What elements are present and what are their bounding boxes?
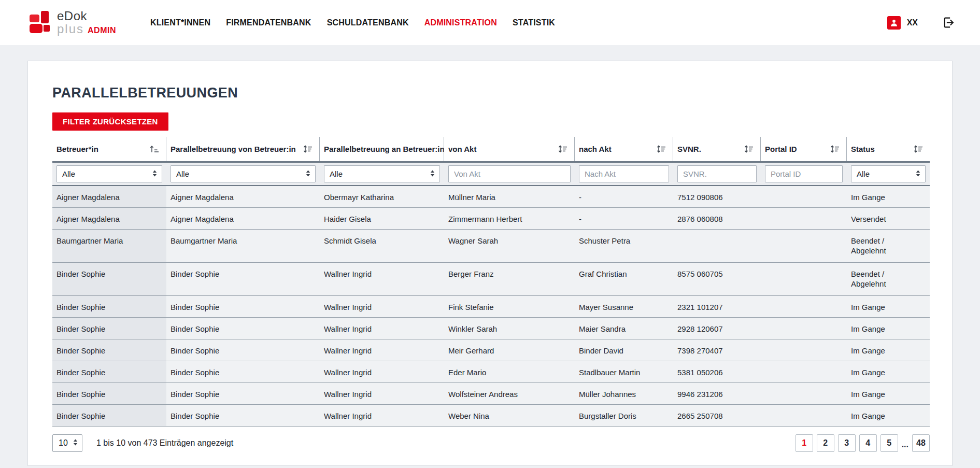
page-button-48[interactable]: 48 bbox=[912, 434, 930, 452]
column-label: von Akt bbox=[448, 145, 476, 153]
column-header-parallelbetreuung-von-betreuer-in[interactable]: Parallelbetreuung von Betreuer:in bbox=[166, 137, 320, 161]
column-header-nach-akt[interactable]: nach Akt bbox=[575, 137, 673, 161]
cell-von-akt: Weber Nina bbox=[444, 405, 575, 426]
cell-portal-id bbox=[761, 383, 847, 404]
filter-select-status[interactable]: Alle bbox=[851, 165, 926, 182]
cell-portal-id bbox=[761, 405, 847, 426]
nav-item-administration[interactable]: ADMINISTRATION bbox=[424, 18, 497, 27]
cell-nach-akt: - bbox=[575, 208, 673, 229]
cell-von-akt: Berger Franz bbox=[444, 263, 575, 295]
filter-input-svnr[interactable] bbox=[677, 165, 757, 182]
user-badge-icon[interactable] bbox=[887, 16, 901, 30]
cell-von-akt: Fink Stefanie bbox=[444, 296, 575, 317]
sort-icon-von-akt bbox=[558, 145, 567, 153]
cell-parallelbetreuung-von-betreuer-in: Binder Sophie bbox=[166, 339, 320, 361]
cell-parallelbetreuung-von-betreuer-in: Binder Sophie bbox=[166, 296, 320, 317]
cell-nach-akt: Graf Christian bbox=[575, 263, 673, 295]
main-content: PARALLELBETREUUNGEN FILTER ZURÜCKSETZEN … bbox=[0, 61, 980, 466]
filter-select-parallelbetreuung-von[interactable]: Alle bbox=[171, 165, 316, 182]
filter-input-portal-id[interactable] bbox=[765, 165, 843, 182]
nav-item-statistik[interactable]: STATISTIK bbox=[513, 18, 555, 27]
cell-parallelbetreuung-von-betreuer-in: Binder Sophie bbox=[166, 383, 320, 404]
page-button-5[interactable]: 5 bbox=[880, 434, 898, 452]
page-button-2[interactable]: 2 bbox=[817, 434, 834, 452]
header-right: XX bbox=[887, 16, 955, 30]
column-header-status[interactable]: Status bbox=[847, 137, 930, 161]
cell-betreuer-in: Binder Sophie bbox=[52, 361, 166, 382]
logout-icon[interactable] bbox=[942, 16, 955, 30]
page-button-4[interactable]: 4 bbox=[859, 434, 877, 452]
filter-reset-button[interactable]: FILTER ZURÜCKSETZEN bbox=[52, 112, 168, 131]
filter-cell-betreuer: Alle bbox=[52, 165, 166, 182]
main-nav: KLIENT*INNENFIRMENDATENBANKSCHULDATENBAN… bbox=[150, 18, 555, 27]
cell-status: Im Gange bbox=[847, 361, 930, 382]
column-header-von-akt[interactable]: von Akt bbox=[444, 137, 575, 161]
cell-parallelbetreuung-an-betreuer-in: Wallner Ingrid bbox=[320, 339, 444, 361]
cell-parallelbetreuung-an-betreuer-in: Wallner Ingrid bbox=[320, 296, 444, 317]
cell-betreuer-in: Aigner Magdalena bbox=[52, 208, 166, 229]
cell-nach-akt: Stadlbauer Martin bbox=[575, 361, 673, 382]
cell-svnr bbox=[673, 230, 761, 262]
cell-nach-akt: Burgstaller Doris bbox=[575, 405, 673, 426]
cell-parallelbetreuung-an-betreuer-in: Wallner Ingrid bbox=[320, 318, 444, 339]
cell-parallelbetreuung-an-betreuer-in: Wallner Ingrid bbox=[320, 383, 444, 404]
column-header-parallelbetreuung-an-betreuer-in[interactable]: Parallelbetreuung an Betreuer:in bbox=[320, 137, 444, 161]
select-spinner-icon bbox=[73, 438, 78, 448]
table-row: Binder SophieBinder SophieWallner Ingrid… bbox=[52, 296, 930, 318]
cell-parallelbetreuung-von-betreuer-in: Aigner Magdalena bbox=[166, 186, 320, 207]
edok-logo-squares-icon bbox=[30, 11, 53, 34]
cell-betreuer-in: Binder Sophie bbox=[52, 318, 166, 339]
app-logo[interactable]: eDok plus ADMIN bbox=[30, 10, 116, 35]
filter-select-betreuer[interactable]: Alle bbox=[56, 165, 162, 182]
cell-status: Im Gange bbox=[847, 296, 930, 317]
cell-von-akt: Winkler Sarah bbox=[444, 318, 575, 339]
cell-parallelbetreuung-von-betreuer-in: Baumgartner Maria bbox=[166, 230, 320, 262]
cell-parallelbetreuung-an-betreuer-in: Wallner Ingrid bbox=[320, 361, 444, 382]
cell-betreuer-in: Binder Sophie bbox=[52, 383, 166, 404]
nav-item-schuldatenbank[interactable]: SCHULDATENBANK bbox=[327, 18, 409, 27]
filter-input-nach-akt[interactable] bbox=[579, 165, 669, 182]
cell-von-akt: Zimmermann Herbert bbox=[444, 208, 575, 229]
cell-parallelbetreuung-an-betreuer-in: Haider Gisela bbox=[320, 208, 444, 229]
app-header: eDok plus ADMIN KLIENT*INNENFIRMENDATENB… bbox=[0, 0, 980, 45]
column-header-portal-id[interactable]: Portal ID bbox=[761, 137, 847, 161]
page-button-3[interactable]: 3 bbox=[838, 434, 856, 452]
column-header-svnr[interactable]: SVNR. bbox=[673, 137, 761, 161]
nav-item-firmendatenbank[interactable]: FIRMENDATENBANK bbox=[226, 18, 311, 27]
filter-select-value: Alle bbox=[176, 169, 189, 178]
user-initials: XX bbox=[907, 18, 918, 27]
table-row: Binder SophieBinder SophieWallner Ingrid… bbox=[52, 263, 930, 296]
cell-portal-id bbox=[761, 318, 847, 339]
sort-icon-parallelbetreuung-von-betreuer-in bbox=[303, 145, 313, 153]
cell-status: Versendet bbox=[847, 208, 930, 229]
sort-icon-svnr bbox=[744, 145, 754, 153]
table-row: Baumgartner MariaBaumgartner MariaSchmid… bbox=[52, 230, 930, 263]
cell-betreuer-in: Aigner Magdalena bbox=[52, 186, 166, 207]
filter-cell-nach-akt bbox=[575, 165, 673, 182]
cell-von-akt: Meir Gerhard bbox=[444, 339, 575, 361]
column-label: Status bbox=[851, 145, 875, 153]
page-size-select[interactable]: 10 bbox=[52, 434, 82, 452]
cell-betreuer-in: Baumgartner Maria bbox=[52, 230, 166, 262]
filter-input-von-akt[interactable] bbox=[448, 165, 571, 182]
cell-portal-id bbox=[761, 361, 847, 382]
column-label: Betreuer*in bbox=[56, 145, 98, 153]
cell-nach-akt: - bbox=[575, 186, 673, 207]
filter-select-parallelbetreuung-an[interactable]: Alle bbox=[324, 165, 440, 182]
cell-status: Im Gange bbox=[847, 318, 930, 339]
cell-von-akt: Eder Mario bbox=[444, 361, 575, 382]
table-row: Binder SophieBinder SophieWallner Ingrid… bbox=[52, 339, 930, 361]
page-size-value: 10 bbox=[59, 438, 68, 448]
table-row: Binder SophieBinder SophieWallner Ingrid… bbox=[52, 318, 930, 339]
logo-line2: plus bbox=[57, 23, 84, 35]
filter-cell-parallelbetreuung-an: Alle bbox=[320, 165, 444, 182]
cell-status: Im Gange bbox=[847, 405, 930, 426]
page-button-1[interactable]: 1 bbox=[796, 434, 813, 452]
nav-item-klient-innen[interactable]: KLIENT*INNEN bbox=[150, 18, 210, 27]
cell-portal-id bbox=[761, 339, 847, 361]
cell-svnr: 2321 101207 bbox=[673, 296, 761, 317]
table-row: Aigner MagdalenaAigner MagdalenaObermayr… bbox=[52, 186, 930, 208]
cell-status: Im Gange bbox=[847, 383, 930, 404]
column-header-betreuer-in[interactable]: Betreuer*in bbox=[52, 137, 166, 161]
cell-svnr: 2876 060808 bbox=[673, 208, 761, 229]
